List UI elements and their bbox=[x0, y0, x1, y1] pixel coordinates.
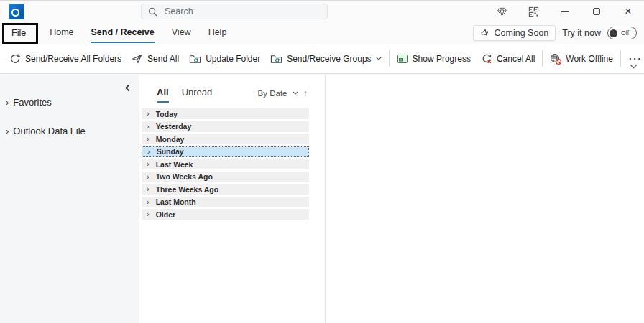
close-button[interactable]: × bbox=[612, 1, 644, 22]
maximize-button[interactable] bbox=[581, 1, 612, 22]
tab-view[interactable]: View bbox=[163, 22, 200, 44]
group-row-last-month[interactable]: › Last Month bbox=[142, 197, 309, 207]
tab-home[interactable]: Home bbox=[41, 22, 82, 44]
tab-help-label: Help bbox=[208, 24, 228, 43]
chevron-left-icon bbox=[125, 84, 130, 92]
group-label: Today bbox=[156, 110, 178, 118]
progress-window-icon bbox=[397, 53, 408, 65]
chevron-right-icon: › bbox=[147, 198, 150, 206]
sidebar-item-label: Favorites bbox=[13, 97, 51, 108]
megaphone-icon bbox=[479, 27, 491, 39]
group-row-monday[interactable]: › Monday bbox=[142, 134, 309, 144]
outlook-window: × File Home Send / Receive View Help Com… bbox=[0, 0, 644, 323]
group-label: Last Week bbox=[156, 160, 193, 169]
update-folder-label: Update Folder bbox=[206, 54, 260, 64]
group-row-three-weeks-ago[interactable]: › Three Weeks Ago bbox=[142, 184, 309, 195]
filter-tab-all[interactable]: All bbox=[157, 87, 169, 103]
chevron-right-icon: › bbox=[147, 135, 150, 143]
cancel-all-label: Cancel All bbox=[497, 54, 535, 64]
chevron-right-icon: › bbox=[147, 123, 150, 131]
maximize-icon bbox=[593, 8, 600, 15]
sort-ascending-icon[interactable]: ↑ bbox=[303, 88, 308, 98]
group-row-older[interactable]: › Older bbox=[142, 209, 309, 220]
tab-help[interactable]: Help bbox=[200, 22, 236, 44]
coming-soon-area: Coming Soon Try it now Off bbox=[473, 25, 644, 41]
sidebar-item-label: Outlook Data File bbox=[13, 126, 85, 136]
send-receive-groups-button[interactable]: Send/Receive Groups bbox=[265, 49, 386, 69]
coming-soon-button[interactable]: Coming Soon bbox=[473, 25, 556, 41]
titlebar: × bbox=[0, 1, 644, 22]
group-label: Two Weeks Ago bbox=[156, 172, 213, 181]
diamond-icon[interactable] bbox=[486, 1, 518, 22]
message-list-header: All Unread By Date ↑ bbox=[139, 75, 325, 103]
try-it-now-label: Try it now bbox=[562, 28, 601, 38]
tab-send-receive-label: Send / Receive bbox=[91, 24, 155, 43]
cancel-all-button[interactable]: Cancel All bbox=[476, 49, 540, 69]
chevron-right-icon: › bbox=[6, 98, 9, 107]
minimize-icon bbox=[561, 11, 569, 12]
chevron-right-icon: › bbox=[147, 210, 150, 218]
show-progress-label: Show Progress bbox=[413, 54, 471, 64]
ribbon-separator bbox=[389, 50, 390, 67]
group-row-today[interactable]: › Today bbox=[142, 108, 309, 119]
tab-send-receive[interactable]: Send / Receive bbox=[83, 22, 163, 44]
folder-pane: › Favorites › Outlook Data File bbox=[0, 75, 139, 323]
chevron-right-icon: › bbox=[6, 126, 9, 136]
group-label: Three Weeks Ago bbox=[156, 185, 219, 194]
group-label: Last Month bbox=[156, 197, 196, 206]
chevron-right-icon: › bbox=[147, 185, 150, 193]
group-label: Yesterday bbox=[156, 122, 192, 131]
reading-pane bbox=[326, 75, 644, 323]
close-icon: × bbox=[625, 6, 631, 17]
collapse-ribbon-button[interactable] bbox=[630, 59, 638, 72]
group-row-yesterday[interactable]: › Yesterday bbox=[142, 121, 309, 132]
search-icon bbox=[148, 7, 157, 17]
update-folder-button[interactable]: Update Folder bbox=[184, 49, 265, 69]
chevron-down-icon bbox=[630, 64, 638, 69]
send-all-button[interactable]: Send All bbox=[126, 49, 184, 69]
sort-by-label: By Date bbox=[258, 89, 288, 98]
filter-tab-unread[interactable]: Unread bbox=[182, 87, 213, 103]
group-label: Monday bbox=[156, 135, 185, 144]
try-it-now-toggle[interactable]: Off bbox=[607, 27, 637, 39]
send-receive-all-folders-label: Send/Receive All Folders bbox=[25, 54, 121, 64]
group-row-sunday[interactable]: › Sunday bbox=[142, 146, 309, 157]
sync-icon bbox=[9, 53, 21, 65]
chevron-right-icon: › bbox=[147, 173, 150, 181]
folder-sync-icon bbox=[189, 53, 201, 65]
send-all-label: Send All bbox=[147, 54, 179, 64]
window-controls: × bbox=[486, 1, 644, 22]
sort-control[interactable]: By Date ↑ bbox=[258, 88, 308, 103]
tab-file[interactable]: File bbox=[2, 23, 38, 44]
chevron-down-icon bbox=[293, 91, 298, 95]
message-list: All Unread By Date ↑ › Today › Yesterday bbox=[139, 75, 326, 323]
group-row-two-weeks-ago[interactable]: › Two Weeks Ago bbox=[142, 172, 309, 182]
send-receive-groups-label: Send/Receive Groups bbox=[287, 54, 371, 64]
group-row-last-week[interactable]: › Last Week bbox=[142, 159, 309, 169]
search-box[interactable] bbox=[141, 4, 328, 19]
send-icon bbox=[132, 53, 143, 65]
chevron-right-icon: › bbox=[147, 110, 150, 118]
search-input[interactable] bbox=[163, 6, 321, 17]
tab-file-label: File bbox=[12, 28, 26, 38]
sidebar-item-outlook-data-file[interactable]: › Outlook Data File bbox=[0, 126, 139, 136]
main-content: › Favorites › Outlook Data File All Unre… bbox=[0, 75, 644, 323]
work-offline-button[interactable]: Work Offline bbox=[545, 49, 618, 69]
group-label: Sunday bbox=[157, 147, 184, 156]
toggle-knob bbox=[610, 29, 617, 37]
minimize-button[interactable] bbox=[549, 1, 581, 22]
show-progress-button[interactable]: Show Progress bbox=[392, 49, 476, 69]
chevron-right-icon: › bbox=[147, 148, 150, 156]
group-label: Older bbox=[156, 210, 175, 219]
ribbon-tab-strip: File Home Send / Receive View Help Comin… bbox=[0, 22, 644, 44]
qr-grid-icon[interactable] bbox=[518, 1, 549, 22]
ribbon-commands: Send/Receive All Folders Send All Update… bbox=[0, 44, 644, 74]
sidebar-item-favorites[interactable]: › Favorites bbox=[0, 97, 139, 108]
group-list: › Today › Yesterday › Monday › Sunday › bbox=[142, 108, 309, 220]
work-offline-label: Work Offline bbox=[566, 54, 613, 64]
cancel-sync-icon bbox=[481, 53, 492, 65]
toggle-state-label: Off bbox=[621, 29, 629, 37]
chevron-right-icon: › bbox=[147, 160, 150, 168]
collapse-folder-pane-button[interactable] bbox=[0, 75, 139, 91]
send-receive-all-folders-button[interactable]: Send/Receive All Folders bbox=[4, 49, 126, 69]
